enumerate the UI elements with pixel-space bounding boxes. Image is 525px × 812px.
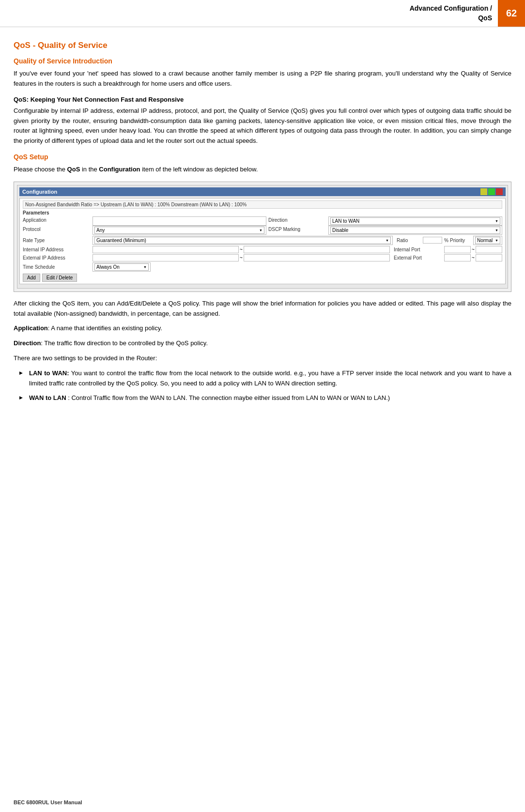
internal-port-label: Internal Port [394,246,442,253]
content-area: QoS - Quality of Service Quality of Serv… [0,27,525,417]
ratio-input[interactable] [423,237,442,244]
application-bold: Application [14,324,48,332]
external-ip-end[interactable] [244,254,390,261]
internal-port-start[interactable] [444,246,471,253]
priority-select[interactable]: Normal [473,236,502,245]
edit-delete-button[interactable]: Edit / Delete [42,274,77,282]
bold-heading-1: QoS: Keeping Your Net Connection Fast an… [14,96,511,103]
ext-port-tilde: ~ [472,255,475,260]
close-icon [496,188,503,195]
internal-ip-end[interactable] [244,246,390,253]
internal-port-inputs: ~ [444,246,502,253]
header-title: Advanced Configuration / QoS [0,0,498,27]
params-row-6: Time Schedule Always On [23,262,502,272]
qos-bold: QoS [67,166,80,173]
config-header-bar: Configuration [19,187,506,196]
lan-to-wan-text: You want to control the traffic flow fro… [29,369,511,387]
rate-type-dropdown[interactable]: Guaranteed (Minimum) [94,237,391,244]
direction-bullets: LAN to WAN: You want to control the traf… [14,368,511,403]
params-row-2: Protocol Any DSCP Marking Disable [23,226,502,235]
external-port-label: External Port [394,254,442,261]
direction-dropdown[interactable]: LAN to WAN [330,217,500,225]
header-title-line2: QoS [478,14,492,22]
params-row-3: Rate Type Guaranteed (Minimum) Ratio % P… [23,236,502,245]
lan-to-wan-bold: LAN to WAN: [29,369,69,377]
config-header-label: Configuration [22,189,57,195]
ext-ip-tilde: ~ [240,255,243,260]
direction-desc: Direction: The traffic flow direction to… [14,338,511,349]
external-ip-label: External IP Address [23,254,91,261]
window-controls [480,188,503,195]
protocol-label: Protocol [23,226,91,235]
port-tilde: ~ [472,247,475,252]
dscp-select[interactable]: Disable [328,226,502,235]
subsection-title-intro: Quality of Service Introduction [14,57,511,65]
priority-label: Priority [450,237,471,244]
action-buttons: Add Edit / Delete [23,274,502,282]
params-row-1: Application Direction LAN to WAN [23,216,502,226]
direction-label: Direction [268,216,326,226]
application-desc: Application: A name that identifies an e… [14,323,511,334]
rate-type-label: Rate Type [23,237,91,244]
ratio-label: Ratio [397,237,421,244]
time-schedule-label: Time Schedule [23,263,91,271]
header-title-line1: Advanced Configuration / [410,4,492,12]
internal-port-end[interactable] [476,246,502,253]
wan-to-lan-bold: WAN to LAN [29,394,66,401]
dscp-label: DSCP Marking [268,226,326,235]
priority-dropdown[interactable]: Normal [475,237,500,244]
external-port-inputs: ~ [444,254,502,261]
minimize-icon [480,188,487,195]
intro-paragraph: If you've ever found your 'net' speed ha… [14,69,511,89]
setup-paragraph: Please choose the QoS in the Configurati… [14,165,511,175]
bullet-wan-to-lan: WAN to LAN : Control Traffic flow from t… [23,393,511,403]
protocol-select[interactable]: Any [93,226,266,235]
setup-paragraph-rest: item of the left window as depicted belo… [142,166,258,173]
page-header: Advanced Configuration / QoS 62 [0,0,525,27]
bullet-lan-to-wan: LAN to WAN: You want to control the traf… [23,368,511,389]
config-box-inner: Configuration Non-Assigned Bandwidth Rat… [17,185,508,289]
after-config-paragraph: After clicking the QoS item, you can Add… [14,299,511,319]
body-paragraph-1: Configurable by internal IP address, ext… [14,106,511,146]
config-bold: Configuration [99,166,140,173]
application-input[interactable] [93,216,266,226]
external-port-start[interactable] [444,254,471,261]
dscp-dropdown[interactable]: Disable [330,227,500,234]
params-section: Parameters Application Direction LAN to … [23,210,502,282]
params-row-5: External IP Address ~ External Port ~ [23,254,502,261]
external-ip-inputs: ~ [93,254,390,261]
application-label: Application [23,216,91,226]
add-button[interactable]: Add [23,274,40,282]
application-desc-text: : A name that identifies an existing pol… [48,324,162,332]
percent-sign: % [444,237,446,244]
time-schedule-dropdown[interactable]: Always On [94,263,149,271]
internal-ip-start[interactable] [93,246,239,253]
internal-ip-label: Internal IP Address [23,246,91,253]
time-schedule-select[interactable]: Always On [93,262,151,272]
direction-select[interactable]: LAN to WAN [328,216,502,226]
qos-config-section: Non-Assigned Bandwidth Ratio => Upstream… [19,198,506,284]
direction-desc-text: : The traffic flow direction to be contr… [41,339,208,347]
params-title: Parameters [23,210,502,215]
wan-to-lan-text: : Control Traffic flow from the WAN to L… [68,394,390,401]
subsection-title-setup: QoS Setup [14,153,511,161]
footer-label: BEC 6800RUL User Manual [14,799,82,805]
ip-tilde: ~ [240,247,243,252]
config-screenshot-box: Configuration Non-Assigned Bandwidth Rat… [14,182,511,292]
page-number: 62 [498,0,525,27]
rate-type-select[interactable]: Guaranteed (Minimum) [93,236,393,245]
main-section-title: QoS - Quality of Service [14,41,511,50]
bandwidth-row: Non-Assigned Bandwidth Ratio => Upstream… [23,200,502,209]
protocol-dropdown[interactable]: Any [94,227,264,234]
two-settings-intro: There are two settings to be provided in… [14,353,511,364]
external-ip-start[interactable] [93,254,239,261]
maximize-icon [488,188,495,195]
internal-ip-inputs: ~ [93,246,390,253]
params-row-4: Internal IP Address ~ Internal Port ~ [23,246,502,253]
direction-bold: Direction [14,339,41,347]
external-port-end[interactable] [476,254,502,261]
